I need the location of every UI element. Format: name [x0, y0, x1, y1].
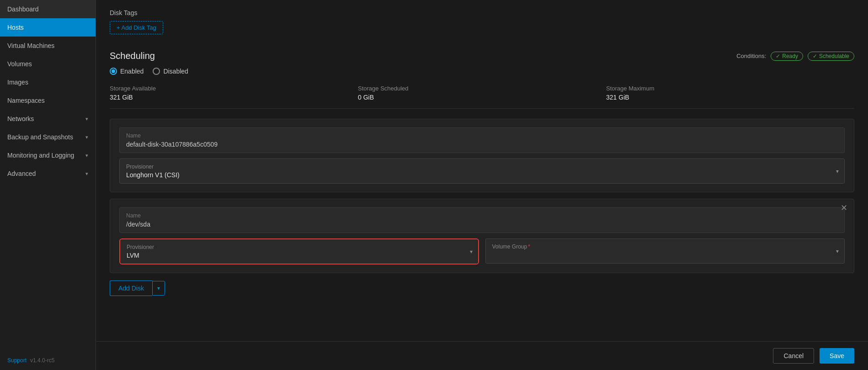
disk-card-1: Name default-disk-30a107886a5c0509 Provi… — [110, 119, 854, 192]
disk2-name-label: Name — [126, 212, 838, 219]
disk1-name-value: default-disk-30a107886a5c0509 — [126, 141, 838, 148]
disk-tags-section: Disk Tags + Add Disk Tag — [110, 9, 854, 44]
add-disk-split-button[interactable]: ▾ — [152, 281, 165, 296]
disk2-name-value: /dev/sda — [126, 221, 838, 228]
storage-maximum-value: 321 GiB — [606, 94, 854, 101]
storage-available-label: Storage Available — [110, 85, 358, 92]
disabled-radio[interactable] — [153, 68, 160, 75]
support-link[interactable]: Support — [7, 357, 27, 364]
sidebar-item-label: Images — [7, 79, 28, 86]
sidebar-item-label: Dashboard — [7, 5, 39, 13]
storage-stats: Storage Available 321 GiB Storage Schedu… — [110, 85, 854, 109]
disk1-provisioner-value: Longhorn V1 (CSI) — [126, 171, 828, 179]
storage-scheduled: Storage Scheduled 0 GiB — [358, 85, 606, 101]
disk1-provisioner-label: Provisioner — [126, 164, 828, 170]
disk2-volume-group-label: Volume Group* — [492, 243, 828, 250]
sidebar-item-label: Backup and Snapshots — [7, 133, 73, 141]
chevron-down-icon: ▾ — [85, 116, 88, 122]
sidebar-item-advanced[interactable]: Advanced ▾ — [0, 164, 96, 183]
condition-schedulable-label: Schedulable — [819, 53, 849, 59]
required-indicator: * — [528, 243, 530, 250]
main-content: Disk Tags + Add Disk Tag Scheduling Cond… — [96, 0, 868, 370]
sidebar-item-networks[interactable]: Networks ▾ — [0, 110, 96, 128]
sidebar-item-hosts[interactable]: Hosts — [0, 18, 96, 37]
check-icon: ✓ — [813, 53, 817, 59]
disk1-name-field: Name default-disk-30a107886a5c0509 — [119, 127, 845, 153]
enabled-option[interactable]: Enabled — [110, 68, 144, 75]
condition-ready-label: Ready — [782, 53, 798, 59]
disk2-name-field: Name /dev/sda — [119, 207, 845, 233]
sidebar: Dashboard Hosts Virtual Machines Volumes… — [0, 0, 96, 370]
provisioner-highlight-border: Provisioner LVM ▾ — [119, 238, 479, 264]
conditions-label: Conditions: — [736, 53, 766, 59]
disabled-option[interactable]: Disabled — [153, 68, 188, 75]
disk2-provisioner-row: Provisioner LVM ▾ Volume Group* ▾ — [119, 238, 845, 264]
sidebar-item-volumes[interactable]: Volumes — [0, 55, 96, 73]
sidebar-item-virtual-machines[interactable]: Virtual Machines — [0, 37, 96, 55]
version-label: v1.4.0-rc5 — [30, 357, 54, 364]
disk-card-2: ✕ Name /dev/sda Provisioner LVM ▾ — [110, 199, 854, 273]
sidebar-item-dashboard[interactable]: Dashboard — [0, 0, 96, 18]
enabled-label: Enabled — [120, 68, 144, 75]
disk2-volume-group-col: Volume Group* ▾ — [485, 238, 845, 264]
disk-tags-label: Disk Tags — [110, 9, 854, 16]
sidebar-item-monitoring-and-logging[interactable]: Monitoring and Logging ▾ — [0, 146, 96, 164]
sidebar-item-label: Virtual Machines — [7, 42, 54, 49]
sidebar-item-label: Namespaces — [7, 97, 45, 104]
scheduling-section-header: Scheduling Conditions: ✓ Ready ✓ Schedul… — [110, 51, 854, 61]
storage-available: Storage Available 321 GiB — [110, 85, 358, 101]
close-button[interactable]: ✕ — [841, 204, 847, 212]
disabled-label: Disabled — [163, 68, 188, 75]
save-button[interactable]: Save — [820, 348, 854, 364]
storage-maximum: Storage Maximum 321 GiB — [606, 85, 854, 101]
disk1-provisioner-select[interactable]: Provisioner Longhorn V1 (CSI) ▾ — [119, 159, 845, 184]
check-icon: ✓ — [776, 53, 780, 59]
sidebar-item-label: Volumes — [7, 60, 32, 68]
sidebar-item-images[interactable]: Images — [0, 73, 96, 91]
chevron-down-icon: ▾ — [470, 248, 473, 255]
sidebar-item-label: Monitoring and Logging — [7, 152, 74, 159]
disk2-volume-group-select[interactable]: Volume Group* ▾ — [485, 238, 845, 264]
sidebar-item-backup-and-snapshots[interactable]: Backup and Snapshots ▾ — [0, 128, 96, 146]
disk2-provisioner-col: Provisioner LVM ▾ — [119, 238, 479, 264]
storage-scheduled-value: 0 GiB — [358, 94, 606, 101]
conditions-row: Conditions: ✓ Ready ✓ Schedulable — [736, 52, 854, 61]
disk2-provisioner-select[interactable]: Provisioner LVM ▾ — [120, 239, 478, 264]
disk1-name-label: Name — [126, 132, 838, 139]
sidebar-item-label: Networks — [7, 115, 34, 122]
scheduling-radio-row: Enabled Disabled — [110, 68, 854, 75]
add-disk-tag-button[interactable]: + Add Disk Tag — [110, 21, 163, 34]
footer-actions: Cancel Save — [96, 341, 868, 370]
storage-maximum-label: Storage Maximum — [606, 85, 854, 92]
add-disk-button[interactable]: Add Disk — [110, 280, 152, 296]
condition-schedulable-badge: ✓ Schedulable — [808, 52, 854, 61]
chevron-down-icon: ▾ — [85, 171, 88, 177]
cancel-button[interactable]: Cancel — [773, 348, 814, 364]
disk2-provisioner-value: LVM — [127, 252, 462, 259]
sidebar-item-label: Hosts — [7, 24, 24, 31]
storage-available-value: 321 GiB — [110, 94, 358, 101]
condition-ready-badge: ✓ Ready — [771, 52, 803, 61]
add-disk-row: Add Disk ▾ — [110, 280, 854, 296]
sidebar-item-namespaces[interactable]: Namespaces — [0, 91, 96, 110]
enabled-radio[interactable] — [110, 68, 117, 75]
chevron-down-icon: ▾ — [836, 248, 839, 254]
disk2-provisioner-label: Provisioner — [127, 244, 462, 250]
storage-scheduled-label: Storage Scheduled — [358, 85, 606, 92]
chevron-down-icon: ▾ — [85, 134, 88, 140]
chevron-down-icon: ▾ — [836, 168, 839, 174]
disk2-volume-group-value — [492, 251, 828, 259]
sidebar-footer: Support v1.4.0-rc5 — [0, 351, 96, 370]
chevron-down-icon: ▾ — [85, 153, 88, 159]
scheduling-title: Scheduling — [110, 51, 155, 61]
sidebar-item-label: Advanced — [7, 170, 36, 177]
